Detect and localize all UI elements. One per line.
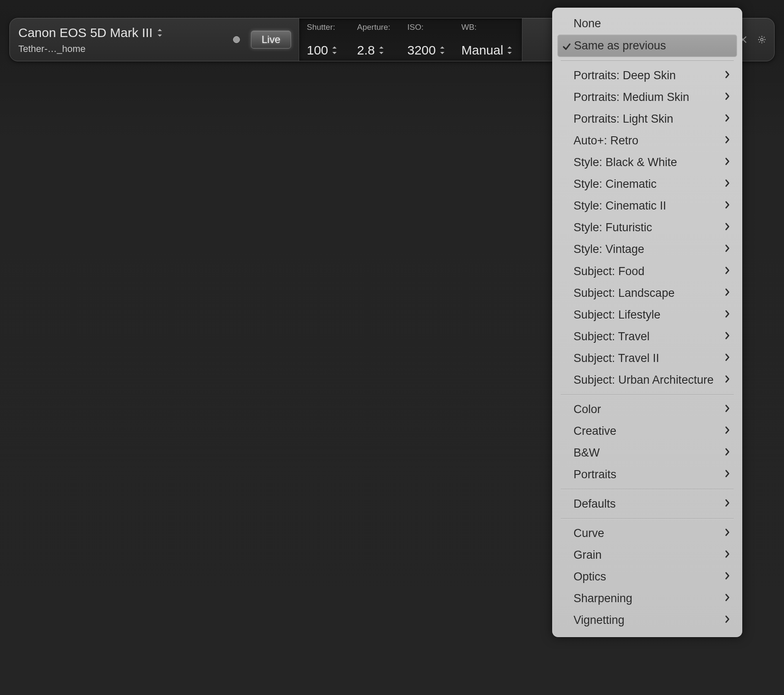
chevron-right-icon <box>724 330 730 343</box>
menu-label: Sharpening <box>574 592 632 605</box>
preset-item[interactable]: Portraits: Medium Skin <box>552 86 742 108</box>
preset-item[interactable]: Style: Cinematic II <box>552 195 742 217</box>
checkmark-icon <box>562 41 571 51</box>
preset-item[interactable]: Vignetting <box>552 609 742 631</box>
chevron-right-icon <box>724 527 730 540</box>
chevron-right-icon <box>724 373 730 387</box>
preset-item[interactable]: Curve <box>552 523 742 544</box>
preset-item[interactable]: Grain <box>552 544 742 566</box>
exposure-readouts: Shutter: 100 Aperture: 2.8 ISO: 3200 WB:… <box>299 18 522 61</box>
iso-label: ISO: <box>407 23 445 32</box>
chevron-right-icon <box>724 446 730 460</box>
menu-label: Portraits: Light Skin <box>574 112 673 126</box>
iso-readout[interactable]: ISO: 3200 <box>400 18 454 61</box>
menu-label: None <box>574 17 601 30</box>
chevron-right-icon <box>724 112 730 126</box>
menu-label: Style: Cinematic <box>574 178 657 191</box>
preset-item[interactable]: Portraits <box>552 464 742 485</box>
menu-label: Subject: Urban Architecture <box>574 373 714 387</box>
chevron-right-icon <box>724 221 730 234</box>
menu-label: Subject: Travel II <box>574 352 659 365</box>
preset-item[interactable]: Auto+: Retro <box>552 130 742 152</box>
shutter-readout[interactable]: Shutter: 100 <box>299 18 349 61</box>
chevron-right-icon <box>724 287 730 300</box>
preset-item[interactable]: Creative <box>552 420 742 442</box>
aperture-label: Aperture: <box>357 23 391 32</box>
preset-item[interactable]: Defaults <box>552 493 742 515</box>
chevron-right-icon <box>724 265 730 278</box>
menu-label: Same as previous <box>574 39 666 52</box>
menu-separator <box>561 489 734 490</box>
preset-item[interactable]: Sharpening <box>552 588 742 609</box>
menu-label: Creative <box>574 425 617 438</box>
aperture-value: 2.8 <box>357 43 375 57</box>
preset-item[interactable]: B&W <box>552 442 742 464</box>
menu-label: Style: Cinematic II <box>574 199 666 213</box>
shutter-label: Shutter: <box>307 23 341 32</box>
live-button[interactable]: Live <box>251 31 291 49</box>
menu-label: Portraits: Deep Skin <box>574 69 676 82</box>
menu-label: Subject: Landscape <box>574 287 674 300</box>
iso-value: 3200 <box>407 43 436 57</box>
preset-item[interactable]: Style: Vintage <box>552 238 742 260</box>
preset-item[interactable]: Portraits: Light Skin <box>552 108 742 130</box>
menu-label: Optics <box>574 570 606 583</box>
up-down-icon <box>507 46 513 55</box>
chevron-right-icon <box>724 199 730 213</box>
menu-label: Portraits: Medium Skin <box>574 91 689 104</box>
chevron-right-icon <box>724 134 730 147</box>
menu-label: Grain <box>574 549 602 562</box>
preset-item[interactable]: Subject: Lifestyle <box>552 304 742 326</box>
preset-none[interactable]: None <box>552 13 742 34</box>
chevron-right-icon <box>724 69 730 82</box>
chevron-right-icon <box>724 592 730 605</box>
camera-name: Canon EOS 5D Mark III <box>18 26 153 40</box>
menu-separator <box>561 394 734 395</box>
preset-item[interactable]: Color <box>552 399 742 420</box>
menu-label: Subject: Food <box>574 265 645 278</box>
svg-point-0 <box>761 38 763 41</box>
menu-label: Portraits <box>574 468 617 481</box>
preset-group-2: ColorCreativeB&WPortraits <box>552 399 742 485</box>
preset-same-as-previous[interactable]: Same as previous <box>557 34 737 57</box>
preset-menu: None Same as previous Portraits: Deep Sk… <box>552 8 742 637</box>
menu-separator <box>561 518 734 519</box>
camera-block: Canon EOS 5D Mark III Tether-…_home Live <box>10 18 299 61</box>
preset-item[interactable]: Style: Black & White <box>552 152 742 173</box>
wb-readout[interactable]: WB: Manual <box>454 18 522 61</box>
chevron-right-icon <box>724 308 730 322</box>
menu-separator <box>561 60 734 61</box>
preset-group-3: Defaults <box>552 493 742 515</box>
menu-label: Defaults <box>574 497 616 511</box>
preset-item[interactable]: Subject: Travel II <box>552 348 742 369</box>
status-dot-icon <box>233 36 240 43</box>
settings-button[interactable] <box>756 34 767 45</box>
menu-label: Style: Vintage <box>574 243 644 256</box>
chevron-right-icon <box>724 91 730 104</box>
preset-item[interactable]: Optics <box>552 566 742 588</box>
menu-label: Curve <box>574 527 604 540</box>
menu-label: B&W <box>574 446 600 460</box>
preset-item[interactable]: Subject: Food <box>552 261 742 282</box>
up-down-icon <box>157 28 163 37</box>
aperture-readout[interactable]: Aperture: 2.8 <box>349 18 400 61</box>
chevron-right-icon <box>724 468 730 481</box>
chevron-right-icon <box>724 497 730 511</box>
preset-item[interactable]: Subject: Urban Architecture <box>552 369 742 391</box>
chevron-right-icon <box>724 243 730 256</box>
menu-label: Subject: Travel <box>574 330 650 343</box>
menu-label: Auto+: Retro <box>574 134 638 147</box>
preset-item[interactable]: Subject: Landscape <box>552 282 742 304</box>
up-down-icon <box>439 46 445 55</box>
up-down-icon <box>378 46 384 55</box>
chevron-right-icon <box>724 425 730 438</box>
preset-group-1: Portraits: Deep SkinPortraits: Medium Sk… <box>552 65 742 391</box>
chevron-right-icon <box>724 549 730 562</box>
wb-label: WB: <box>461 23 513 32</box>
preset-item[interactable]: Style: Cinematic <box>552 173 742 195</box>
preset-item[interactable]: Portraits: Deep Skin <box>552 65 742 86</box>
chevron-right-icon <box>724 614 730 627</box>
up-down-icon <box>331 46 337 55</box>
preset-item[interactable]: Style: Futuristic <box>552 217 742 238</box>
preset-item[interactable]: Subject: Travel <box>552 326 742 348</box>
